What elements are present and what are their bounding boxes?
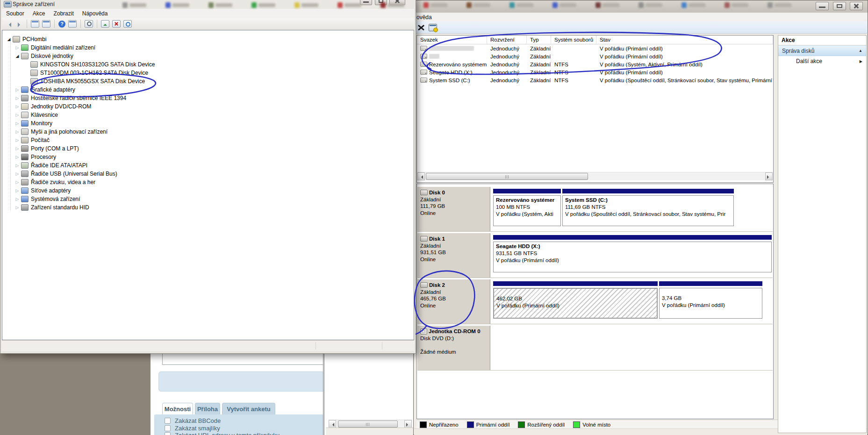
tree-item-hostitelsk-adi-e-sb-rnice-ieee-1394[interactable]: ▷Hostitelské řadiče sběrnice IEEE 1394 — [2, 94, 414, 102]
tree-item-diskov-jednotky[interactable]: ◢Diskové jednotky — [2, 52, 414, 60]
volume-row-rezervov-no-syst-mem[interactable]: Rezervováno systémemJednoduchýZákladníNT… — [417, 60, 773, 68]
column-header-stav[interactable]: Stav — [596, 36, 773, 44]
expander-collapsed-icon[interactable]: ▷ — [15, 205, 20, 210]
checkbox[interactable] — [165, 432, 171, 435]
menu-file[interactable]: Soubor — [2, 10, 29, 17]
forum-text-input[interactable] — [162, 354, 323, 365]
maximize-button[interactable] — [375, 0, 387, 5]
expander-collapsed-icon[interactable]: ▷ — [15, 188, 20, 193]
tree-item-digit-ln-medi-ln-za-zen[interactable]: ▷Digitální mediální zařízení — [2, 43, 414, 52]
tree-item-syst-mov-za-zen[interactable]: ▷Systémová zařízení — [2, 195, 414, 203]
expander-collapsed-icon[interactable]: ▷ — [15, 180, 20, 185]
expander-collapsed-icon[interactable]: ▷ — [15, 197, 20, 201]
column-header-typ[interactable]: Typ — [527, 36, 551, 44]
disk-label-jednotka-cd-rom-0[interactable]: Jednotka CD-ROM 0Disk DVD (D:) Žádné méd… — [417, 326, 490, 370]
expander-expanded-icon[interactable]: ◢ — [7, 37, 11, 42]
actions-item-more-actions[interactable]: Další akce ▶ — [778, 56, 866, 66]
menu-help[interactable]: Nápověda — [78, 10, 112, 17]
scan-hardware-icon[interactable] — [85, 20, 93, 28]
partition[interactable]: 3,74 GBV pořádku (Primární oddíl) — [659, 281, 762, 321]
actions-group-disk-management[interactable]: Správa disků ▲ — [778, 45, 866, 56]
scan-changes-icon[interactable] — [123, 20, 132, 28]
expander-collapsed-icon[interactable]: ▷ — [15, 121, 20, 126]
close-button[interactable] — [389, 0, 405, 5]
scroll-left-button[interactable] — [329, 420, 336, 428]
volume-list-scrollbar[interactable] — [417, 172, 773, 180]
checkbox[interactable] — [165, 418, 171, 424]
update-driver-icon[interactable] — [101, 20, 109, 28]
maximize-button[interactable] — [833, 2, 846, 10]
close-button[interactable] — [850, 2, 863, 10]
scroll-right-button[interactable] — [765, 172, 773, 180]
volume-row-seagate-hdd-x[interactable]: Seagate HDD (X:)JednoduchýZákladníNTFSV … — [417, 68, 773, 76]
partition[interactable]: System SSD (C:)111,69 GB NTFSV pořádku (… — [562, 189, 734, 228]
tree-item-monitory[interactable]: ▷Monitory — [2, 119, 414, 128]
tree-item-grafick-adapt-ry[interactable]: ▷Grafické adaptéry — [2, 86, 414, 94]
uninstall-device-icon[interactable] — [112, 20, 121, 28]
help-icon[interactable]: ? — [58, 21, 65, 28]
partition-selected[interactable]: 462,02 GBV pořádku (Primární oddíl) — [493, 281, 658, 321]
expander-collapsed-icon[interactable]: ▷ — [15, 96, 20, 100]
partition[interactable]: Rezervováno systémer100 MB NTFSV pořádku… — [493, 189, 561, 228]
checkbox[interactable] — [165, 425, 171, 431]
disk-management-titlebar[interactable] — [414, 0, 868, 13]
console-window-icon[interactable] — [31, 20, 39, 28]
volume-row[interactable]: JednoduchýZákladníV pořádku (Primární od… — [417, 44, 773, 52]
tree-item-st1000dm-003-1ch162-sata-disk-device[interactable]: ST1000DM 003-1CH162 SATA Disk Device — [2, 69, 414, 77]
tree-item-kingston-sh103s3120g-sata-disk-device[interactable]: KINGSTON SH103S3120G SATA Disk Device — [2, 60, 414, 69]
disk-label-disk-0[interactable]: Disk 0Základní111,79 GBOnline — [417, 187, 490, 231]
chevron-up-icon[interactable]: ▲ — [859, 49, 862, 53]
scroll-left-button[interactable] — [417, 172, 425, 180]
tree-item-s-ov-adapt-ry[interactable]: ▷Síťové adaptéry — [2, 186, 414, 195]
tree-item-adi-e-ide-ata-atapi[interactable]: ▷Řadiče IDE ATA/ATAPI — [2, 161, 414, 170]
column-header-syst-m-soubor[interactable]: Systém souborů — [551, 36, 596, 44]
tab-vytvo-it-anketu[interactable]: Vytvořit anketu — [222, 403, 275, 414]
tree-item-kl-vesnice[interactable]: ▷Klávesnice — [2, 111, 414, 119]
properties-icon[interactable] — [42, 20, 50, 28]
expander-collapsed-icon[interactable]: ▷ — [15, 104, 20, 109]
back-icon[interactable] — [6, 21, 14, 28]
tree-item-pchombi[interactable]: ◢PCHombi — [2, 35, 414, 43]
tree-item-procesory[interactable]: ▷Procesory — [2, 153, 414, 161]
column-header-rozvr-en[interactable]: Rozvržení — [487, 36, 527, 44]
volume-row-system-ssd-c[interactable]: System SSD (C:)JednoduchýZákladníNTFSV p… — [417, 76, 773, 84]
tab-mo-nosti[interactable]: Možnosti — [162, 403, 193, 414]
disk-label-disk-2[interactable]: Disk 2Základní465,76 GBOnline — [417, 279, 490, 324]
minimize-button[interactable] — [360, 0, 372, 5]
disk-label-disk-1[interactable]: Disk 1Základní931,51 GBOnline — [417, 233, 490, 278]
tree-item-toshiba-mk5055gsx-sata-disk-device[interactable]: TOSHIBA MK5055GSX SATA Disk Device — [2, 77, 414, 86]
menu-view[interactable]: Zobrazit — [49, 10, 78, 17]
device-manager-titlebar[interactable]: Správce zařízení — [0, 0, 416, 9]
expander-collapsed-icon[interactable]: ▷ — [15, 163, 20, 168]
expander-collapsed-icon[interactable]: ▷ — [15, 87, 20, 92]
expander-expanded-icon[interactable]: ◢ — [15, 54, 20, 58]
tree-item-za-zen-standardu-hid[interactable]: ▷Zařízení standardu HID — [2, 203, 414, 212]
menu-action[interactable]: Akce — [29, 10, 50, 17]
expander-collapsed-icon[interactable]: ▷ — [15, 155, 20, 159]
volume-row[interactable]: JednoduchýZákladníV pořádku (Primární od… — [417, 52, 773, 60]
delete-icon[interactable] — [417, 24, 424, 31]
partition[interactable]: Seagate HDD (X:)931,51 GB NTFSV pořádku … — [493, 235, 772, 274]
disk-properties-icon[interactable] — [429, 24, 437, 31]
scroll-thumb[interactable] — [338, 421, 398, 428]
menubar[interactable]: ověda — [414, 13, 867, 21]
preview-horizontal-scrollbar[interactable] — [329, 420, 412, 428]
tree-item-adi-e-zvuku-videa-a-her[interactable]: ▷Řadiče zvuku, videa a her — [2, 178, 414, 186]
tree-item-my-i-a-jin-polohovac-za-zen[interactable]: ▷Myši a jiná polohovací zařízení — [2, 128, 414, 136]
tab-p-loha[interactable]: Příloha — [195, 403, 220, 414]
tree-item-porty-com-a-lpt[interactable]: ▷Porty (COM a LPT) — [2, 144, 414, 153]
expander-collapsed-icon[interactable]: ▷ — [15, 171, 20, 176]
menu-help-partial[interactable]: ověda — [414, 14, 432, 21]
scroll-right-button[interactable] — [404, 420, 412, 428]
tree-item-po-ta[interactable]: ▷Počítač — [2, 136, 414, 144]
expander-collapsed-icon[interactable]: ▷ — [15, 45, 20, 50]
tree-item-jednotky-dvd-cd-rom[interactable]: ▷Jednotky DVD/CD-ROM — [2, 102, 414, 111]
expander-collapsed-icon[interactable]: ▷ — [15, 138, 20, 143]
window-list-icon[interactable] — [68, 20, 77, 28]
tree-item-adi-e-usb-universal-serial-bus[interactable]: ▷Řadiče USB (Universal Serial Bus) — [2, 170, 414, 178]
scroll-thumb[interactable] — [426, 173, 588, 180]
forward-icon[interactable] — [15, 21, 23, 28]
expander-collapsed-icon[interactable]: ▷ — [15, 113, 20, 117]
minimize-button[interactable] — [816, 2, 829, 10]
column-header-svazek[interactable]: Svazek — [417, 36, 487, 44]
